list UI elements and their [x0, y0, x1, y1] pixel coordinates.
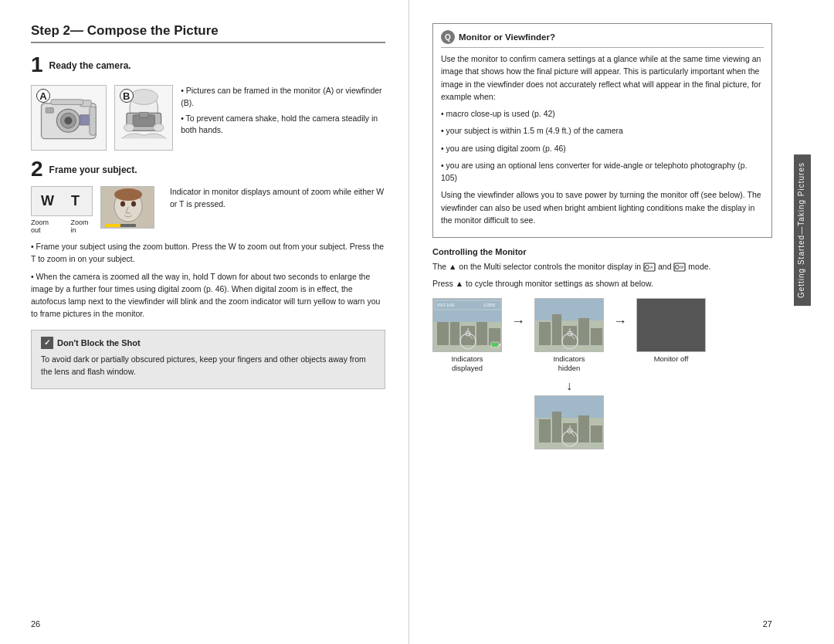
- svg-rect-63: [591, 425, 602, 442]
- svg-rect-60: [552, 412, 561, 442]
- monitor-img-1: ISO 100 1/250: [432, 298, 502, 352]
- svg-rect-47: [535, 299, 604, 320]
- step1-block: 1 Ready the camera.: [31, 54, 385, 76]
- step1-label: Ready the camera.: [49, 54, 131, 71]
- svg-point-15: [153, 124, 163, 131]
- step1-bullets: • Pictures can be framed in the monitor …: [181, 85, 385, 140]
- svg-rect-33: [476, 318, 487, 345]
- monitor-img-2b-svg: [535, 396, 604, 449]
- arrow-2: →: [613, 314, 627, 330]
- svg-rect-59: [539, 419, 551, 442]
- info-bullet-1: • your subject is within 1.5 m (4.9 ft.)…: [441, 124, 764, 137]
- svg-point-19: [131, 202, 136, 207]
- svg-text:A: A: [650, 265, 653, 269]
- info-title-text: Monitor or Viewfinder?: [459, 32, 555, 42]
- camera-b-image: B: [114, 85, 174, 151]
- monitor-display-row: ISO 100 1/250 Indicators display: [432, 298, 772, 450]
- control-monitor-heading: Controlling the Monitor: [432, 247, 772, 256]
- svg-rect-8: [51, 100, 83, 105]
- monitor-img-2: [534, 298, 604, 352]
- step1-bullet-2: • To prevent camera shake, hold the came…: [181, 113, 385, 137]
- svg-point-14: [124, 124, 134, 131]
- zoom-face-block: [100, 186, 154, 229]
- zoom-wt-block: W T Zoom out Zoom in: [31, 186, 93, 234]
- camera-images: A: [31, 85, 385, 151]
- svg-rect-52: [591, 328, 602, 345]
- zoom-out-in-labels: Zoom out Zoom in: [31, 219, 93, 234]
- camera-b-label: B: [120, 89, 134, 103]
- body-bullets: • Frame your subject using the zoom butt…: [31, 240, 385, 320]
- camera-mode-icon-m: M: [673, 263, 686, 272]
- svg-rect-48: [539, 322, 551, 345]
- arrow-down: ↓: [566, 379, 572, 393]
- svg-rect-49: [552, 314, 561, 345]
- section-title: Step 2— Compose the Picture: [31, 23, 385, 43]
- svg-rect-7: [90, 107, 96, 135]
- svg-text:M: M: [680, 265, 683, 269]
- svg-rect-62: [578, 415, 589, 442]
- note-box: ✓ Don't Block the Shot To avoid dark or …: [31, 330, 385, 390]
- step1-bullet-1: • Pictures can be framed in the monitor …: [181, 85, 385, 110]
- note-checkmark-icon: ✓: [41, 337, 53, 349]
- info-q-icon: Q: [441, 30, 455, 44]
- step1-number: 1: [31, 54, 43, 76]
- svg-point-24: [646, 266, 649, 269]
- note-title: ✓ Don't Block the Shot: [41, 337, 375, 349]
- side-tab: Getting Started—Taking Pictures: [794, 154, 811, 306]
- control-monitor-text: The ▲ on the Multi selector controls the…: [432, 260, 772, 273]
- info-bullet-3: • you are using an optional lens convert…: [441, 159, 764, 185]
- monitor-img-1-svg: ISO 100 1/250: [433, 299, 502, 352]
- body-bullet-1: • Frame your subject using the zoom butt…: [31, 240, 385, 266]
- note-text: To avoid dark or partially obscured pict…: [41, 353, 375, 378]
- svg-rect-51: [578, 318, 589, 345]
- svg-text:ISO 100: ISO 100: [437, 303, 455, 307]
- svg-point-27: [676, 266, 680, 269]
- svg-rect-45: [492, 343, 497, 347]
- svg-point-10: [130, 90, 158, 105]
- note-heading: Don't Block the Shot: [57, 338, 141, 347]
- info-body: Use the monitor to confirm camera settin…: [441, 53, 764, 103]
- body-bullet-2: • When the camera is zoomed all the way …: [31, 270, 385, 320]
- svg-text:1/250: 1/250: [483, 303, 496, 307]
- monitor-img-3-svg: [637, 299, 706, 352]
- svg-rect-68: [637, 299, 706, 352]
- zoom-out-label: Zoom out: [31, 219, 56, 234]
- info-bullets: • macro close-up is used (p. 42) • your …: [441, 107, 764, 184]
- camera-a-image: A: [31, 85, 107, 151]
- info-bullet-0: • macro close-up is used (p. 42): [441, 107, 764, 120]
- step2-label: Frame your subject.: [49, 158, 137, 175]
- svg-point-3: [64, 117, 72, 124]
- zoom-row: W T Zoom out Zoom in: [31, 186, 385, 234]
- page-container: Step 2— Compose the Picture 1 Ready the …: [0, 0, 834, 644]
- zoom-w-label: W: [41, 193, 57, 209]
- page-number-left: 26: [31, 619, 40, 629]
- info-footer: Using the viewfinder allows you to save …: [441, 188, 764, 226]
- zoom-face-svg: [101, 187, 154, 229]
- side-tab-text: Getting Started—Taking Pictures: [797, 162, 805, 298]
- svg-point-18: [120, 202, 125, 207]
- step2-number: 2: [31, 158, 43, 180]
- monitor-img-3: [636, 298, 706, 352]
- right-page: Q Monitor or Viewfinder? Use the monitor…: [409, 0, 811, 644]
- step2-block: 2 Frame your subject.: [31, 158, 385, 180]
- svg-rect-44: [499, 344, 500, 346]
- monitor-img-2-svg: [535, 299, 604, 352]
- camera-a-label: A: [36, 89, 50, 103]
- zoom-wt-box: W T: [31, 186, 93, 216]
- zoom-in-label: Zoom in: [70, 219, 93, 234]
- monitor-state-3: Monitor off: [636, 298, 706, 364]
- svg-rect-30: [437, 322, 449, 345]
- zoom-face-image: [100, 186, 154, 229]
- arrow-1: →: [511, 314, 525, 330]
- info-box-title: Q Monitor or Viewfinder?: [441, 30, 764, 48]
- zoom-t-label: T: [71, 193, 83, 209]
- monitor-state-1: ISO 100 1/250 Indicators display: [432, 298, 502, 374]
- monitor-img-2b: [534, 395, 604, 449]
- left-page: Step 2— Compose the Picture 1 Ready the …: [0, 0, 409, 644]
- monitor-caption-2: Indicators hidden: [553, 354, 585, 374]
- indicator-text: Indicator in monitor displays amount of …: [170, 186, 385, 211]
- monitor-viewfinder-box: Q Monitor or Viewfinder? Use the monitor…: [432, 23, 772, 238]
- svg-point-20: [114, 188, 142, 201]
- monitor-caption-3: Monitor off: [654, 354, 689, 364]
- monitor-caption-1: Indicators displayed: [451, 354, 483, 374]
